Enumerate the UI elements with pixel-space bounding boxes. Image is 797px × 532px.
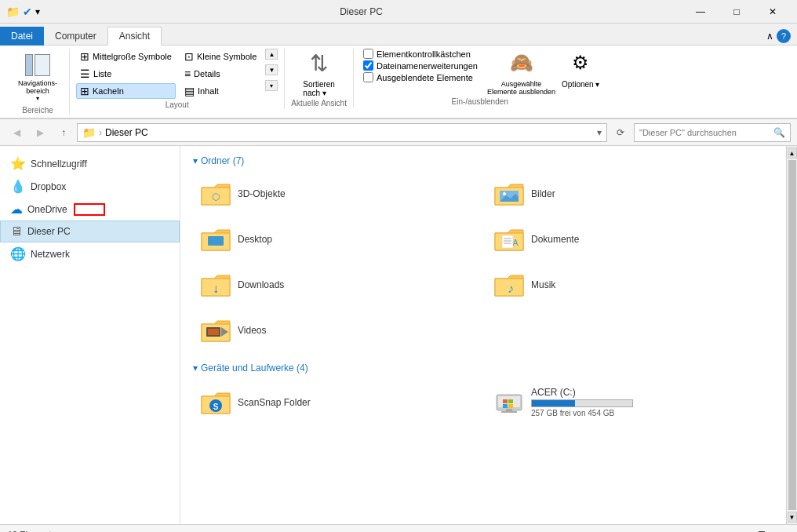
- search-bar[interactable]: 🔍: [634, 123, 791, 142]
- status-view-buttons: ⊞ ≡: [753, 527, 789, 533]
- drive-info-text: 257 GB frei von 454 GB: [531, 409, 633, 417]
- scroll-thumb[interactable]: [788, 160, 796, 510]
- layout-mittlere[interactable]: ⊞ Mittelgroße Symbole: [76, 49, 176, 64]
- liste-icon: ☰: [80, 67, 90, 80]
- geraete-collapse-icon: ▾: [193, 363, 198, 373]
- svg-rect-28: [208, 329, 219, 335]
- drive-progress-fill: [532, 400, 575, 406]
- drive-acer-c[interactable]: ACER (C:) 257 GB frei von 454 GB: [486, 381, 773, 423]
- sidebar-item-onedrive[interactable]: ☁ OneDrive: [0, 198, 180, 220]
- svg-rect-13: [502, 235, 513, 248]
- ribbon-group-bereiche: Navigations-bereich ▾ Bereiche: [6, 49, 70, 115]
- ordner-section-header[interactable]: ▾ Ordner (7): [193, 155, 773, 166]
- sidebar-item-dieser-pc[interactable]: 🖥 Dieser PC: [0, 220, 180, 242]
- title-bar: 📁 ✔ ▾ Dieser PC — □ ✕: [0, 0, 797, 24]
- sidebar-item-netzwerk[interactable]: 🌐 Netzwerk: [0, 242, 180, 265]
- folder-3d-icon: ⬡: [200, 180, 231, 208]
- svg-text:S: S: [213, 403, 219, 411]
- search-input[interactable]: [639, 128, 770, 137]
- forward-button[interactable]: ▶: [30, 122, 50, 143]
- folders-grid: ⬡ 3D-Objekte Bilder: [193, 174, 773, 350]
- scroll-up-button[interactable]: ▲: [788, 148, 797, 159]
- sortieren-icon: ⇅: [305, 49, 333, 77]
- ribbon-group-aktuelle: ⇅ Sortierennach ▾ Aktuelle Ansicht: [285, 49, 354, 107]
- drives-grid: S ScanSnap Folder: [193, 381, 773, 423]
- layout-scroll-up[interactable]: ▲: [265, 49, 278, 60]
- sidebar: ⭐ Schnellzugriff 💧 Dropbox ☁ OneDrive 🖥 …: [0, 146, 180, 524]
- check-dateinamenerw[interactable]: Dateinamenerweiterungen: [363, 60, 478, 71]
- arrow-icon: ▾: [35, 6, 40, 17]
- folder-downloads[interactable]: ↓ Downloads: [193, 265, 480, 304]
- svg-text:♪: ♪: [508, 282, 514, 295]
- tab-computer[interactable]: Computer: [44, 27, 107, 46]
- drive-scansnap-label: ScanSnap Folder: [238, 397, 311, 408]
- layout-expand[interactable]: ▾: [265, 80, 278, 91]
- layout-inhalt[interactable]: ▤ Inhalt: [180, 83, 260, 99]
- ordner-collapse-icon: ▾: [193, 155, 198, 166]
- sidebar-item-schnellzugriff[interactable]: ⭐ Schnellzugriff: [0, 152, 180, 175]
- layout-kacheln[interactable]: ⊞ Kacheln: [76, 83, 176, 99]
- folder-desktop[interactable]: Desktop: [193, 220, 480, 259]
- window-title: Dieser PC: [45, 6, 678, 17]
- folder-downloads-label: Downloads: [238, 279, 284, 290]
- cloud-icon: ☁: [10, 202, 23, 217]
- refresh-button[interactable]: ⟳: [610, 122, 631, 143]
- layout-scroll-down[interactable]: ▼: [265, 64, 278, 75]
- nav-dropdown-icon: ▾: [36, 95, 39, 102]
- svg-point-7: [503, 192, 506, 195]
- folder-bilder[interactable]: Bilder: [486, 174, 773, 213]
- folder-downloads-icon: ↓: [200, 271, 231, 299]
- folder-videos[interactable]: Videos: [193, 311, 480, 350]
- address-separator: ›: [99, 127, 102, 138]
- sidebar-item-dropbox[interactable]: 💧 Dropbox: [0, 175, 180, 198]
- star-icon: ⭐: [10, 156, 26, 171]
- scrollbar[interactable]: ▲ ▼: [786, 146, 797, 524]
- folder-musik[interactable]: ♪ Musik: [486, 265, 773, 304]
- svg-text:↓: ↓: [213, 282, 219, 295]
- folder-dokumente[interactable]: A Dokumente: [486, 220, 773, 259]
- search-icon[interactable]: 🔍: [773, 127, 785, 138]
- scroll-down-button[interactable]: ▼: [788, 512, 797, 523]
- tab-ansicht[interactable]: Ansicht: [107, 27, 162, 46]
- check-ausgeblendet[interactable]: Ausgeblendete Elemente: [363, 72, 478, 82]
- optionen-button[interactable]: Optionen ▾: [562, 80, 599, 89]
- help-icon[interactable]: ?: [777, 29, 791, 43]
- content-area: ▾ Ordner (7) ⬡ 3D-Objekte: [180, 146, 786, 524]
- sortieren-button[interactable]: Sortierennach ▾: [303, 80, 335, 97]
- layout-label: Layout: [166, 99, 189, 109]
- up-button[interactable]: ↑: [53, 122, 74, 143]
- svg-text:A: A: [513, 239, 519, 247]
- checkmark-icon: ✔: [23, 5, 32, 18]
- back-button[interactable]: ◀: [6, 122, 27, 143]
- einausblenden-label: Ein-/ausblenden: [452, 96, 508, 106]
- nav-icon: [22, 51, 53, 79]
- folder-desktop-label: Desktop: [238, 234, 272, 245]
- drive-scansnap[interactable]: S ScanSnap Folder: [193, 381, 480, 423]
- navigationsbereich-button[interactable]: Navigations-bereich ▾: [13, 49, 63, 104]
- maximize-button[interactable]: □: [719, 0, 755, 24]
- address-dropdown[interactable]: ▾: [597, 127, 602, 138]
- close-button[interactable]: ✕: [755, 0, 791, 24]
- address-bar[interactable]: 📁 › ▾: [77, 123, 607, 142]
- mittlere-icon: ⊞: [80, 50, 89, 63]
- layout-details[interactable]: ≡ Details: [180, 66, 260, 82]
- tab-datei[interactable]: Datei: [0, 27, 44, 46]
- status-view-list[interactable]: ≡: [772, 527, 789, 533]
- ribbon-group-einausblenden: Elementkontrollkästchen Dateinamenerweit…: [354, 49, 606, 106]
- ribbon-collapse-icon[interactable]: ∧: [766, 31, 773, 42]
- folder-3d-objekte[interactable]: ⬡ 3D-Objekte: [193, 174, 480, 213]
- kacheln-icon: ⊞: [80, 85, 89, 97]
- drive-acer-info: ACER (C:) 257 GB frei von 454 GB: [531, 387, 633, 417]
- check-elementkontroll[interactable]: Elementkontrollkästchen: [363, 49, 478, 59]
- layout-kleine[interactable]: ⊡ Kleine Symbole: [180, 49, 260, 64]
- minimize-button[interactable]: —: [682, 0, 719, 24]
- geraete-section-header[interactable]: ▾ Geräte und Laufwerke (4): [193, 363, 773, 373]
- address-folder-icon: 📁: [82, 126, 96, 139]
- status-view-grid[interactable]: ⊞: [753, 527, 770, 533]
- ausgewahlte-button[interactable]: AusgewählteElemente ausblenden: [487, 80, 555, 96]
- address-input[interactable]: [105, 127, 594, 138]
- kleine-icon: ⊡: [184, 50, 194, 63]
- title-icons: 📁 ✔ ▾: [6, 5, 40, 18]
- layout-liste[interactable]: ☰ Liste: [76, 66, 176, 82]
- drive-scansnap-icon: S: [200, 388, 231, 417]
